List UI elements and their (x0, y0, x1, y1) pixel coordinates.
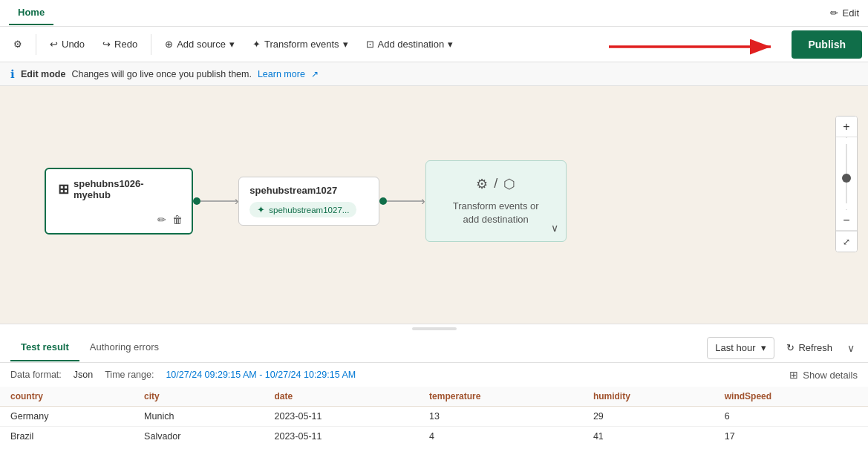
source-node-icon: ⊞ (58, 181, 69, 197)
stream-tag: ✦ spehubstream1027... (249, 202, 356, 217)
refresh-icon: ↻ (786, 342, 794, 353)
cell-city: Munich (134, 407, 264, 427)
flow-diagram: ⊞ spehubns1026-myehub ✏ 🗑 › spehubstream… (45, 160, 567, 242)
connector-dot-1 (193, 197, 200, 205)
destination-chevron-icon[interactable]: ∨ (551, 222, 558, 234)
connector-arrow-1: › (235, 194, 238, 208)
panel-meta: Data format: Json Time range: 10/27/24 0… (0, 363, 868, 387)
col-temperature: temperature (419, 387, 583, 407)
redo-icon: ↪ (102, 39, 111, 50)
col-country: country (0, 387, 134, 407)
time-range-select[interactable]: Last hour ▾ (707, 337, 774, 359)
cell-date: 2023-05-11 (264, 427, 420, 447)
panel-tab-bar: Test result Authoring errors Last hour ▾… (0, 333, 868, 363)
red-arrow-indicator (609, 36, 780, 58)
bottom-panel: Test result Authoring errors Last hour ▾… (0, 324, 868, 472)
data-table: country city date temperature humidity w… (0, 387, 868, 446)
time-select-chevron-icon: ▾ (761, 342, 766, 353)
destination-export-icon: ⬡ (503, 176, 515, 192)
undo-button[interactable]: ↩ Undo (42, 34, 92, 54)
col-date: date (264, 387, 420, 407)
cell-country: Brazil (0, 427, 134, 447)
source-node-actions: ✏ 🗑 (157, 214, 183, 226)
source-node[interactable]: ⊞ spehubns1026-myehub ✏ 🗑 (45, 168, 193, 235)
cell-humidity: 41 (583, 427, 714, 447)
destination-separator: / (494, 176, 497, 191)
cell-date: 2023-05-11 (264, 407, 420, 427)
source-node-title: ⊞ spehubns1026-myehub (58, 178, 180, 200)
table-row: BrazilSalvador2023-05-1144117 (0, 427, 868, 447)
zoom-controls: + − ⤢ (835, 116, 858, 252)
add-destination-button[interactable]: ⊡ Add destination ▾ (359, 34, 461, 54)
cell-city: Salvador (134, 427, 264, 447)
publish-button[interactable]: Publish (792, 30, 862, 59)
edit-mode-banner: ℹ Edit mode Changes will go live once yo… (0, 62, 868, 86)
settings-icon: ⚙ (13, 39, 22, 50)
connector-1: › (193, 194, 238, 208)
undo-icon: ↩ (50, 39, 58, 50)
zoom-out-button[interactable]: − (836, 210, 857, 231)
refresh-button[interactable]: ↻ Refresh (780, 339, 838, 356)
stream-tag-icon: ✦ (257, 204, 265, 215)
destination-icons: ⚙ / ⬡ (476, 176, 515, 192)
cell-country: Germany (0, 407, 134, 427)
edit-button[interactable]: ✏ Edit (830, 7, 859, 19)
col-humidity: humidity (583, 387, 714, 407)
panel-controls: Last hour ▾ ↻ Refresh ∨ (707, 337, 858, 359)
add-destination-chevron-icon: ▾ (448, 39, 453, 50)
cell-windSpeed: 6 (714, 407, 868, 427)
authoring-errors-tab[interactable]: Authoring errors (79, 334, 169, 361)
data-table-container: country city date temperature humidity w… (0, 387, 868, 472)
meta-left: Data format: Json Time range: 10/27/24 0… (10, 370, 356, 380)
zoom-fit-button[interactable]: ⤢ (836, 231, 857, 252)
destination-node[interactable]: ⚙ / ⬡ Transform events or add destinatio… (425, 160, 567, 242)
test-result-tab[interactable]: Test result (10, 334, 79, 361)
cell-humidity: 29 (583, 407, 714, 427)
table-header-row: country city date temperature humidity w… (0, 387, 868, 407)
show-details-button[interactable]: ⊞ Show details (789, 369, 858, 381)
connector-line-2 (387, 200, 424, 202)
edit-pencil-icon: ✏ (830, 7, 838, 19)
scroll-handle[interactable] (412, 327, 457, 330)
transform-chevron-icon: ▾ (343, 39, 348, 50)
expand-panel-button[interactable]: ∨ (844, 339, 858, 357)
panel-tabs-group: Test result Authoring errors (10, 334, 169, 361)
source-edit-icon[interactable]: ✏ (157, 214, 166, 226)
zoom-slider-track (846, 144, 847, 203)
destination-text: Transform events or add destination (453, 200, 539, 226)
add-source-chevron-icon: ▾ (229, 39, 235, 50)
separator-2 (151, 34, 151, 55)
stream-node[interactable]: spehubstream1027 ✦ spehubstream1027... (238, 177, 379, 226)
zoom-in-button[interactable]: + (836, 117, 857, 137)
connector-2: › (379, 194, 425, 208)
show-details-icon: ⊞ (789, 369, 798, 381)
table-row: GermanyMunich2023-05-1113296 (0, 407, 868, 427)
col-city: city (134, 387, 264, 407)
transform-events-icon: ✦ (252, 39, 261, 50)
external-link-icon: ↗ (311, 69, 319, 79)
connector-dot-2 (379, 197, 387, 205)
connector-line-1 (200, 200, 238, 202)
add-destination-icon: ⊡ (366, 39, 374, 50)
cell-temperature: 13 (419, 407, 583, 427)
cell-windSpeed: 17 (714, 427, 868, 447)
col-windspeed: windSpeed (714, 387, 868, 407)
connector-arrow-2: › (421, 194, 425, 208)
zoom-slider-thumb[interactable] (842, 174, 851, 183)
redo-button[interactable]: ↪ Redo (95, 34, 145, 54)
destination-settings-icon: ⚙ (476, 176, 488, 192)
cell-temperature: 4 (419, 427, 583, 447)
home-tab[interactable]: Home (9, 1, 53, 25)
info-icon: ℹ (10, 68, 15, 81)
add-source-button[interactable]: ⊕ Add source ▾ (157, 34, 242, 54)
learn-more-link[interactable]: Learn more (258, 69, 305, 79)
settings-button[interactable]: ⚙ (6, 34, 30, 54)
transform-events-button[interactable]: ✦ Transform events ▾ (245, 34, 356, 54)
add-source-icon: ⊕ (165, 39, 173, 50)
scroll-handle-container (0, 324, 868, 333)
separator-1 (36, 34, 36, 55)
source-delete-icon[interactable]: 🗑 (172, 214, 183, 226)
flow-canvas: + − ⤢ ⊞ spehubns1026-myehub ✏ 🗑 › (0, 86, 868, 324)
